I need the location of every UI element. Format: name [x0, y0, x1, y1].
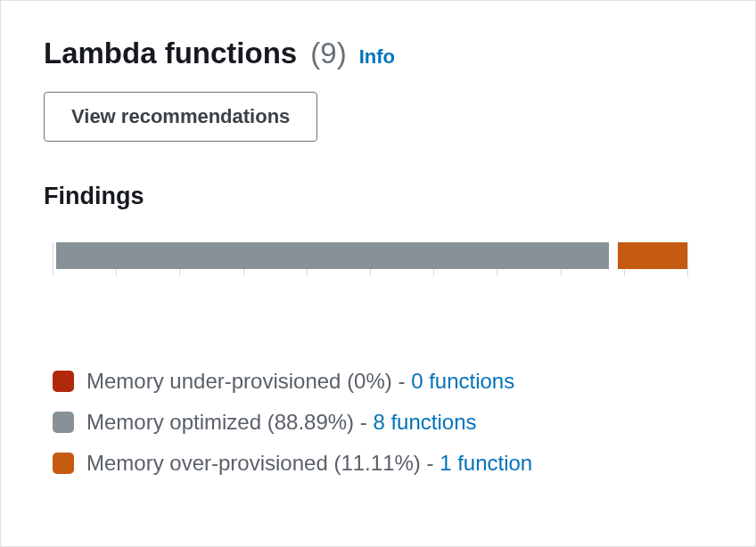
findings-title: Findings	[44, 183, 728, 210]
lambda-findings-panel: Lambda functions (9) Info View recommend…	[0, 0, 756, 547]
legend-link-over[interactable]: 1 function	[440, 451, 532, 475]
bar-segment-over	[618, 242, 687, 269]
legend-link-optimized[interactable]: 8 functions	[373, 410, 476, 434]
tick	[53, 242, 53, 276]
findings-legend: Memory under-provisioned (0%) - 0 functi…	[53, 369, 728, 476]
legend-label: Memory under-provisioned (0%) -	[86, 369, 411, 393]
view-recommendations-button[interactable]: View recommendations	[44, 92, 317, 142]
legend-text: Memory under-provisioned (0%) - 0 functi…	[86, 369, 514, 394]
legend-swatch-over	[53, 453, 74, 474]
page-title: Lambda functions (9)	[44, 37, 347, 70]
info-link[interactable]: Info	[359, 45, 395, 69]
title-text: Lambda functions	[44, 37, 297, 69]
bar-segment-optimized	[56, 242, 609, 269]
legend-swatch-under	[53, 371, 74, 392]
legend-text: Memory over-provisioned (11.11%) - 1 fun…	[86, 451, 532, 476]
legend-label: Memory optimized (88.89%) -	[86, 410, 373, 434]
legend-label: Memory over-provisioned (11.11%) -	[86, 451, 440, 475]
legend-swatch-optimized	[53, 412, 74, 433]
tick	[687, 242, 688, 276]
legend-row-optimized: Memory optimized (88.89%) - 8 functions	[53, 410, 728, 435]
legend-text: Memory optimized (88.89%) - 8 functions	[86, 410, 477, 435]
legend-link-under[interactable]: 0 functions	[411, 369, 514, 393]
legend-row-under: Memory under-provisioned (0%) - 0 functi…	[53, 369, 728, 394]
findings-bar-chart	[53, 242, 687, 280]
title-count: (9)	[310, 37, 346, 69]
bar-row	[56, 242, 687, 269]
legend-row-over: Memory over-provisioned (11.11%) - 1 fun…	[53, 451, 728, 476]
header-row: Lambda functions (9) Info	[44, 37, 728, 70]
